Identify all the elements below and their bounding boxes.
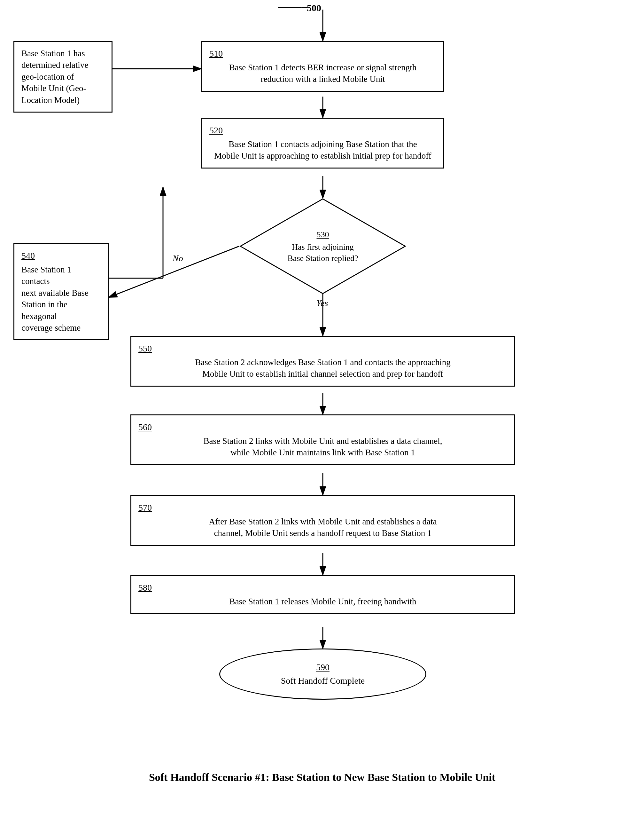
yes-label: Yes: [316, 298, 328, 308]
start-arrow: ─────: [278, 3, 307, 12]
step-520-text: Base Station 1 contacts adjoining Base S…: [214, 140, 432, 161]
step-560-num: 560: [138, 421, 507, 433]
step-550-num: 550: [138, 343, 507, 355]
step-510-box: 510 Base Station 1 detects BER increase …: [201, 41, 444, 92]
no-label: No: [173, 253, 183, 264]
start-label: 500: [307, 3, 321, 13]
step-550-text: Base Station 2 acknowledges Base Station…: [195, 357, 450, 379]
step-570-box: 570 After Base Station 2 links with Mobi…: [130, 495, 515, 546]
step-520-box: 520 Base Station 1 contacts adjoining Ba…: [201, 118, 444, 169]
step-540-box: 540 Base Station 1 contactsnext availabl…: [13, 243, 109, 340]
step-590-ellipse: 590 Soft Handoff Complete: [219, 648, 426, 700]
step-590-text: Soft Handoff Complete: [281, 675, 365, 687]
step-580-box: 580 Base Station 1 releases Mobile Unit,…: [130, 575, 515, 614]
step-560-box: 560 Base Station 2 links with Mobile Uni…: [130, 415, 515, 465]
step-570-num: 570: [138, 502, 507, 514]
step-590-num: 590: [316, 661, 329, 674]
step-530-text: 530 Has first adjoiningBase Station repl…: [256, 229, 390, 264]
step-560-text: Base Station 2 links with Mobile Unit an…: [204, 436, 442, 457]
step-570-text: After Base Station 2 links with Mobile U…: [209, 517, 437, 538]
step-540-num: 540: [21, 250, 101, 262]
step-580-text: Base Station 1 releases Mobile Unit, fre…: [230, 597, 416, 606]
diagram-container: 500 ───── Base Station 1 hasdetermined r…: [0, 0, 644, 799]
step-510-num: 510: [209, 48, 436, 60]
geo-location-text: Base Station 1 hasdetermined relativegeo…: [21, 48, 88, 105]
geo-location-box: Base Station 1 hasdetermined relativegeo…: [13, 41, 112, 113]
step-510-text: Base Station 1 detects BER increase or s…: [229, 63, 416, 84]
step-550-box: 550 Base Station 2 acknowledges Base Sta…: [130, 336, 515, 387]
step-530-diamond: 530 Has first adjoiningBase Station repl…: [239, 198, 406, 295]
diagram-caption: Soft Handoff Scenario #1: Base Station t…: [98, 771, 546, 783]
step-580-num: 580: [138, 582, 507, 594]
step-540-text: Base Station 1 contactsnext available Ba…: [21, 265, 88, 333]
step-520-num: 520: [209, 124, 436, 137]
